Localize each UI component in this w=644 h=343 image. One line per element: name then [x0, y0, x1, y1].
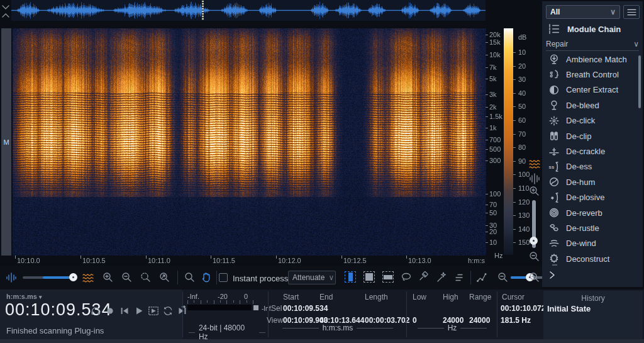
cursor-freq-value: 181.5 Hz [501, 316, 531, 325]
vertical-zoom-slider-thumb[interactable] [530, 237, 538, 245]
time-tick-label: 10:12.0 [278, 257, 301, 264]
module-list-item[interactable]: De-rustle [542, 220, 643, 235]
module-list-item[interactable]: Center Extract [542, 82, 643, 98]
zoom-in-time-icon[interactable] [102, 271, 114, 284]
repair-section-header[interactable]: Repair ∨ [546, 38, 639, 51]
db-tick-label: 10 [518, 48, 526, 56]
waveform-overview-canvas[interactable] [11, 0, 486, 21]
selection-header-end: End [319, 293, 333, 301]
brush-tool-icon[interactable] [418, 271, 430, 284]
module-list-item[interactable]: De-wind [542, 236, 643, 251]
repair-section-label: Repair [546, 40, 568, 48]
lasso-tool-icon[interactable] [400, 271, 413, 284]
zoom-slider-out-icon[interactable] [497, 271, 509, 284]
module-list-item[interactable]: Ambience Match [542, 52, 643, 67]
sidebar-scrollbar[interactable] [638, 55, 641, 108]
module-list-item[interactable]: Deconstruct [542, 251, 643, 266]
module-filter-value: All [550, 8, 560, 16]
zoom-back-icon[interactable] [158, 271, 171, 284]
module-list-item[interactable]: De-clip [542, 128, 643, 143]
level-meter[interactable] [187, 305, 252, 310]
sidebar-menu-button[interactable] [623, 5, 640, 19]
time-frequency-selection-tool[interactable] [364, 271, 376, 284]
vertical-zoom-in-icon[interactable] [528, 185, 541, 198]
db-colorbar[interactable] [504, 28, 513, 255]
channel-strip[interactable]: M [1, 28, 11, 256]
play-button[interactable] [133, 305, 145, 317]
time-selection-tool[interactable] [345, 271, 357, 284]
freq-header-high: High [443, 293, 458, 301]
db-tick-label: 50 [518, 103, 526, 110]
module-filter-dropdown[interactable]: All ∨ [546, 5, 620, 19]
hand-tool-icon[interactable] [200, 271, 213, 284]
db-tick-label: 60 [518, 116, 526, 124]
go-to-start-button[interactable] [119, 305, 130, 317]
transport-controls [90, 305, 188, 317]
module-list-item[interactable]: Breath Control [542, 67, 643, 82]
panel-separator [406, 291, 407, 337]
adjust-levels-tool-icon[interactable] [453, 271, 465, 284]
expand-sidebar-chevron-icon[interactable] [548, 271, 556, 279]
magnify-tool-icon[interactable] [184, 271, 196, 284]
clip-indicator[interactable] [253, 305, 258, 310]
de-crackle-icon [548, 146, 560, 157]
process-mode-dropdown[interactable]: Attenuate ∨ [288, 271, 336, 284]
monitor-headphones-button[interactable] [90, 305, 101, 317]
curve-edit-tool-icon[interactable] [475, 271, 488, 284]
time-format-selector[interactable]: h:m:s.ms ▾ [6, 293, 42, 300]
collapse-overview-icon[interactable] [1, 3, 10, 20]
record-button[interactable] [104, 305, 116, 317]
freq-tick-label: 10 [489, 239, 497, 246]
module-list-item[interactable]: De-click [542, 113, 643, 128]
spectrogram-view-icon[interactable] [528, 157, 541, 170]
de-plosive-icon [548, 192, 560, 203]
overview-playhead[interactable] [202, 1, 204, 20]
module-list-item[interactable]: De-plosive [542, 190, 643, 205]
rx-audio-editor-window: M Hz 20k15k10k7k5k3k2k1.5k1k700500300100… [0, 0, 644, 343]
audio-format-label: 24-bit | 48000 Hz [199, 323, 255, 341]
selection-unit-row[interactable]: h:m:s.ms [272, 323, 404, 332]
freq-tick-label: 7k [489, 64, 497, 71]
audio-format-row[interactable]: 24-bit | 48000 Hz [189, 323, 265, 341]
vertical-zoom-out-icon[interactable] [528, 250, 541, 263]
meter-tick-marks [187, 300, 254, 304]
module-list-item[interactable]: ss De-ess [542, 159, 643, 174]
history-panel: History Initial State [543, 291, 643, 341]
time-tick-label: 10:11.5 [213, 257, 235, 264]
list-divider [552, 264, 557, 266]
loop-playback-button[interactable] [162, 305, 174, 317]
freq-tick-label: 50 [489, 209, 497, 216]
panel-separator [268, 291, 269, 337]
module-list-item[interactable]: De-bleed [542, 98, 643, 113]
magic-wand-tool-icon[interactable] [435, 271, 448, 284]
module-list-item[interactable]: De-reverb [542, 205, 643, 220]
instant-process-checkbox[interactable] [219, 273, 228, 282]
spectrogram-canvas[interactable] [13, 28, 486, 256]
freq-unit-row[interactable]: Hz [410, 323, 494, 332]
zoom-to-selection-icon[interactable] [140, 271, 152, 284]
waveform-view-icon[interactable] [528, 172, 541, 185]
waveform-blend-icon[interactable] [5, 271, 18, 284]
de-reverb-icon [548, 207, 560, 218]
frequency-selection-tool[interactable] [382, 271, 395, 284]
waveform-spectrogram-blend-slider[interactable] [23, 271, 77, 284]
center-extract-icon [548, 84, 560, 96]
zoom-out-time-icon[interactable] [121, 271, 133, 284]
waveform-overview[interactable] [11, 0, 486, 21]
history-item[interactable]: Initial State [547, 304, 591, 313]
module-list-item[interactable]: De-hum [542, 174, 643, 189]
freq-header-low: Low [413, 293, 426, 301]
deconstruct-icon [548, 253, 560, 264]
play-selection-button[interactable] [148, 305, 159, 317]
time-tick-label: 10:12.5 [343, 257, 367, 264]
zoom-slider-in-icon[interactable] [528, 271, 541, 284]
bottom-panel: h:m:s.ms ▾ 00:10:09.534 [0, 290, 644, 343]
module-list-item[interactable]: De-crackle [542, 143, 643, 159]
freq-tick-label: 15k [489, 38, 501, 46]
selection-start-value[interactable]: 00:10:09.534 [283, 304, 328, 313]
module-chain-item[interactable]: Module Chain [542, 21, 643, 37]
spectrogram-blend-icon[interactable] [82, 271, 94, 284]
de-hum-icon [548, 176, 560, 188]
freq-tick-label: 100 [489, 190, 501, 198]
svg-text:ss: ss [549, 164, 555, 170]
